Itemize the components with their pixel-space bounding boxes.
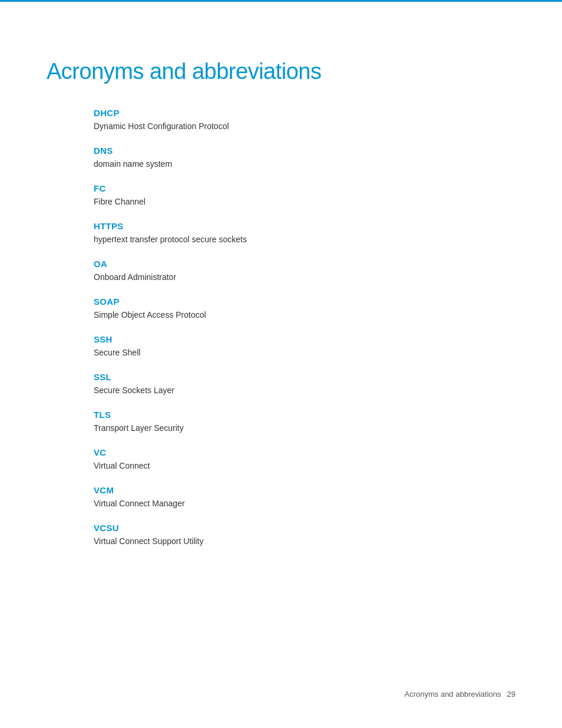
acronym-definition: Transport Layer Security — [94, 422, 515, 434]
list-item: DHCPDynamic Host Configuration Protocol — [94, 108, 515, 133]
acronym-term: VCM — [94, 485, 515, 495]
acronym-term: OA — [94, 259, 515, 269]
acronym-term: FC — [94, 183, 515, 193]
acronym-term: SSL — [94, 372, 515, 382]
page-title: Acronyms and abbreviations — [47, 59, 515, 84]
top-border-line — [0, 0, 562, 2]
acronym-definition: Simple Object Access Protocol — [94, 309, 515, 321]
acronym-term: VCSU — [94, 523, 515, 533]
list-item: OAOnboard Administrator — [94, 259, 515, 284]
acronym-definition: Secure Shell — [94, 347, 515, 359]
acronym-definition: Dynamic Host Configuration Protocol — [94, 120, 515, 133]
footer-label: Acronyms and abbreviations — [405, 690, 501, 699]
page-container: Acronyms and abbreviations DHCPDynamic H… — [0, 0, 562, 728]
list-item: VCSUVirtual Connect Support Utility — [94, 523, 515, 548]
acronym-definition: Onboard Administrator — [94, 271, 515, 284]
acronym-term: DHCP — [94, 108, 515, 118]
list-item: HTTPShypertext transfer protocol secure … — [94, 221, 515, 246]
list-item: SSHSecure Shell — [94, 334, 515, 359]
acronym-list: DHCPDynamic Host Configuration ProtocolD… — [94, 108, 515, 548]
acronym-definition: Virtual Connect Support Utility — [94, 535, 515, 548]
list-item: SOAPSimple Object Access Protocol — [94, 297, 515, 321]
list-item: FCFibre Channel — [94, 183, 515, 208]
list-item: DNSdomain name system — [94, 146, 515, 170]
list-item: SSLSecure Sockets Layer — [94, 372, 515, 397]
acronym-term: TLS — [94, 410, 515, 420]
acronym-definition: domain name system — [94, 158, 515, 170]
acronym-term: DNS — [94, 146, 515, 156]
list-item: VCMVirtual Connect Manager — [94, 485, 515, 510]
list-item: VCVirtual Connect — [94, 447, 515, 472]
footer-page-number: 29 — [507, 690, 515, 699]
acronym-definition: Secure Sockets Layer — [94, 384, 515, 397]
acronym-term: SOAP — [94, 297, 515, 307]
page-footer: Acronyms and abbreviations 29 — [405, 690, 516, 699]
acronym-term: SSH — [94, 334, 515, 344]
acronym-definition: Virtual Connect — [94, 460, 515, 472]
list-item: TLSTransport Layer Security — [94, 410, 515, 434]
acronym-definition: Fibre Channel — [94, 196, 515, 208]
acronym-term: VC — [94, 447, 515, 457]
acronym-definition: hypertext transfer protocol secure socke… — [94, 233, 515, 246]
acronym-term: HTTPS — [94, 221, 515, 231]
acronym-definition: Virtual Connect Manager — [94, 498, 515, 510]
